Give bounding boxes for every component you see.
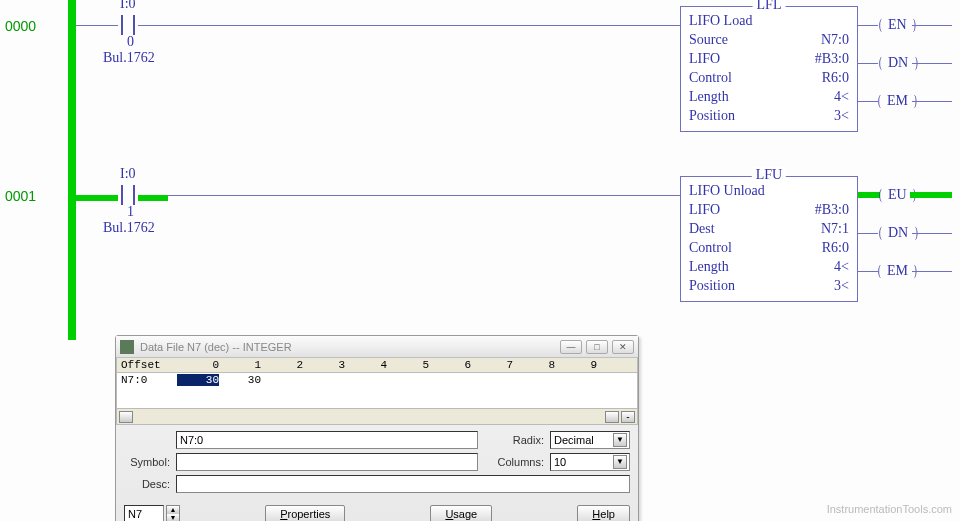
col-hdr: 4 bbox=[345, 359, 387, 371]
param-value: R6:0 bbox=[822, 68, 849, 87]
param-value: #B3:0 bbox=[815, 200, 849, 219]
param-label: Control bbox=[689, 238, 732, 257]
param-label: Control bbox=[689, 68, 732, 87]
instruction-mnemonic: LFU bbox=[752, 167, 786, 183]
param-value: 3< bbox=[834, 276, 849, 295]
window-icon bbox=[120, 340, 134, 354]
xic-contact[interactable] bbox=[118, 15, 138, 35]
contact-bit: 1 bbox=[127, 204, 134, 220]
output-em: EM bbox=[887, 93, 908, 109]
titlebar[interactable]: Data File N7 (dec) -- INTEGER — □ ✕ bbox=[116, 336, 638, 358]
col-hdr: 8 bbox=[513, 359, 555, 371]
wire bbox=[138, 195, 680, 196]
properties-label: roperties bbox=[287, 508, 330, 520]
wire-energized bbox=[138, 195, 168, 201]
spin-up-icon[interactable]: ▲ bbox=[167, 506, 179, 514]
param-value: R6:0 bbox=[822, 238, 849, 257]
wire-energized bbox=[76, 195, 118, 201]
col-hdr: 7 bbox=[471, 359, 513, 371]
radix-value: Decimal bbox=[554, 434, 594, 446]
scroll-right-button[interactable] bbox=[605, 411, 619, 423]
radix-label: Radix: bbox=[484, 434, 544, 446]
col-hdr: 5 bbox=[387, 359, 429, 371]
chevron-down-icon[interactable]: ▼ bbox=[613, 455, 627, 469]
wire bbox=[912, 271, 952, 272]
param-label: Position bbox=[689, 276, 735, 295]
window-title: Data File N7 (dec) -- INTEGER bbox=[140, 341, 292, 353]
columns-combo[interactable]: 10▼ bbox=[550, 453, 630, 471]
scrollbar[interactable]: - bbox=[116, 409, 638, 425]
file-field[interactable] bbox=[124, 505, 164, 521]
xic-contact[interactable] bbox=[118, 185, 138, 205]
help-button[interactable]: Help bbox=[577, 505, 630, 521]
wire bbox=[138, 25, 680, 26]
wire bbox=[76, 25, 118, 26]
symbol-label: Symbol: bbox=[124, 456, 170, 468]
ladder-left-rail bbox=[68, 0, 76, 340]
param-label: Source bbox=[689, 30, 728, 49]
maximize-button[interactable]: □ bbox=[586, 340, 608, 354]
param-value: 3< bbox=[834, 106, 849, 125]
param-label: LIFO bbox=[689, 49, 720, 68]
wire bbox=[858, 25, 878, 26]
close-button[interactable]: ✕ bbox=[612, 340, 634, 354]
wire bbox=[858, 271, 878, 272]
minimize-button[interactable]: — bbox=[560, 340, 582, 354]
desc-label: Desc: bbox=[124, 478, 170, 490]
instruction-box-lfl[interactable]: LFL LIFO Load SourceN7:0 LIFO#B3:0 Contr… bbox=[680, 6, 858, 132]
scroll-left-button[interactable] bbox=[119, 411, 133, 423]
contact-desc: Bul.1762 bbox=[103, 50, 155, 66]
instruction-title: LIFO Load bbox=[689, 11, 752, 30]
wire bbox=[858, 63, 878, 64]
param-label: LIFO bbox=[689, 200, 720, 219]
instruction-mnemonic: LFL bbox=[753, 0, 786, 13]
chevron-down-icon[interactable]: ▼ bbox=[613, 433, 627, 447]
spin-down-icon[interactable]: ▼ bbox=[167, 514, 179, 521]
col-hdr: 6 bbox=[429, 359, 471, 371]
output-eu: EU bbox=[888, 187, 907, 203]
watermark: InstrumentationTools.com bbox=[827, 503, 952, 515]
data-file-window[interactable]: Data File N7 (dec) -- INTEGER — □ ✕ Offs… bbox=[115, 335, 639, 521]
symbol-field[interactable] bbox=[176, 453, 478, 471]
radix-combo[interactable]: Decimal▼ bbox=[550, 431, 630, 449]
contact-address: I:0 bbox=[120, 166, 136, 182]
data-cell[interactable]: 30 bbox=[219, 374, 261, 386]
col-hdr: 9 bbox=[555, 359, 597, 371]
instruction-box-lfu[interactable]: LFU LIFO Unload LIFO#B3:0 DestN7:1 Contr… bbox=[680, 176, 858, 302]
rung-number: 0001 bbox=[5, 188, 36, 204]
param-value: N7:1 bbox=[821, 219, 849, 238]
param-label: Position bbox=[689, 106, 735, 125]
data-header: Offset0123456789 bbox=[116, 358, 638, 373]
col-hdr: 2 bbox=[261, 359, 303, 371]
file-spinner[interactable]: ▲▼ bbox=[124, 505, 180, 521]
param-value: #B3:0 bbox=[815, 49, 849, 68]
wire bbox=[858, 101, 878, 102]
instruction-title: LIFO Unload bbox=[689, 181, 765, 200]
address-field[interactable] bbox=[176, 431, 478, 449]
output-en: EN bbox=[888, 17, 907, 33]
properties-button[interactable]: Properties bbox=[265, 505, 345, 521]
rung-number: 0000 bbox=[5, 18, 36, 34]
wire bbox=[912, 25, 952, 26]
param-label: Dest bbox=[689, 219, 715, 238]
param-value: N7:0 bbox=[821, 30, 849, 49]
help-label: elp bbox=[600, 508, 615, 520]
row-address: N7:0 bbox=[121, 374, 177, 386]
wire bbox=[858, 233, 878, 234]
param-value: 4< bbox=[834, 87, 849, 106]
usage-label: sage bbox=[453, 508, 477, 520]
wire bbox=[912, 101, 952, 102]
data-cell-selected[interactable]: 30 bbox=[177, 374, 219, 386]
data-grid[interactable]: N7:03030 bbox=[116, 373, 638, 409]
desc-field[interactable] bbox=[176, 475, 630, 493]
contact-address: I:0 bbox=[120, 0, 136, 12]
offset-label: Offset bbox=[121, 359, 177, 371]
wire-energized bbox=[910, 192, 952, 198]
param-value: 4< bbox=[834, 257, 849, 276]
collapse-button[interactable]: - bbox=[621, 411, 635, 423]
contact-desc: Bul.1762 bbox=[103, 220, 155, 236]
columns-label: Columns: bbox=[484, 456, 544, 468]
output-dn: DN bbox=[888, 225, 908, 241]
usage-button[interactable]: Usage bbox=[430, 505, 492, 521]
output-em: EM bbox=[887, 263, 908, 279]
